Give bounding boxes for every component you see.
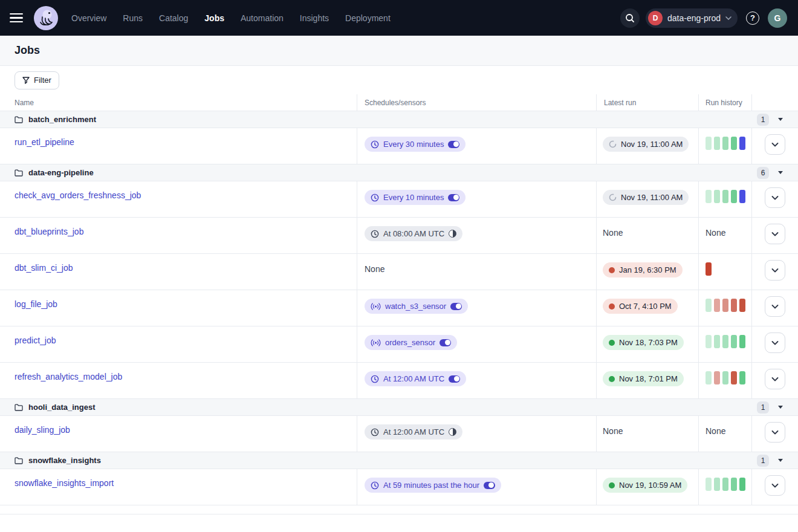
run-history-bar[interactable] xyxy=(706,137,712,150)
toggle-on-icon[interactable] xyxy=(449,375,460,383)
nav-item-runs[interactable]: Runs xyxy=(123,13,143,23)
run-history-bar[interactable] xyxy=(706,262,712,276)
group-collapse-caret-icon[interactable] xyxy=(778,118,783,121)
toggle-on-icon[interactable] xyxy=(448,194,459,201)
job-link-dbt_blueprints_job[interactable]: dbt_blueprints_job xyxy=(15,227,83,236)
run-history-bar[interactable] xyxy=(739,478,745,491)
toggle-on-icon[interactable] xyxy=(440,339,451,346)
job-link-check_avg_orders_freshness_job[interactable]: check_avg_orders_freshness_job xyxy=(15,190,141,200)
expand-row-button[interactable] xyxy=(765,260,785,281)
run-history-bar[interactable] xyxy=(722,371,728,384)
schedule-chip-snowflake_insights_import[interactable]: At 59 minutes past the hour xyxy=(365,478,501,493)
group-collapse-caret-icon[interactable] xyxy=(778,406,783,409)
group-row-data-eng-pipeline[interactable]: data-eng-pipeline6 xyxy=(0,164,798,181)
run-history-bars[interactable] xyxy=(706,299,751,312)
schedule-chip-check_avg_orders_freshness_job[interactable]: Every 10 minutes xyxy=(365,190,465,205)
job-link-dbt_slim_ci_job[interactable]: dbt_slim_ci_job xyxy=(15,263,73,273)
toggle-on-icon[interactable] xyxy=(484,482,495,489)
run-history-bars[interactable] xyxy=(706,371,751,384)
expand-row-button[interactable] xyxy=(765,422,785,443)
filter-button[interactable]: Filter xyxy=(15,71,59,89)
job-link-run_etl_pipeline[interactable]: run_etl_pipeline xyxy=(15,137,74,147)
nav-item-automation[interactable]: Automation xyxy=(241,13,284,23)
job-link-refresh_analytics_model_job[interactable]: refresh_analytics_model_job xyxy=(15,372,122,381)
run-history-bar[interactable] xyxy=(731,137,737,150)
schedule-chip-daily_sling_job[interactable]: At 12:00 AM UTC xyxy=(365,424,462,440)
toggle-off-icon[interactable] xyxy=(449,428,456,436)
run-history-bar[interactable] xyxy=(739,335,745,348)
run-history-bar[interactable] xyxy=(731,371,737,384)
run-history-bar[interactable] xyxy=(714,190,720,203)
run-history-bar[interactable] xyxy=(722,299,728,312)
latest-run-chip-success[interactable]: Nov 19, 10:59 AM xyxy=(603,478,687,493)
job-link-snowflake_insights_import[interactable]: snowflake_insights_import xyxy=(15,478,114,488)
group-collapse-caret-icon[interactable] xyxy=(778,171,783,174)
run-history-bars[interactable] xyxy=(706,190,751,203)
nav-item-deployment[interactable]: Deployment xyxy=(345,13,391,23)
expand-row-button[interactable] xyxy=(765,224,785,244)
latest-run-chip-success[interactable]: Nov 18, 7:01 PM xyxy=(603,371,684,386)
run-history-bar[interactable] xyxy=(714,299,720,312)
run-history-bar[interactable] xyxy=(706,299,712,312)
dagster-logo-icon[interactable] xyxy=(34,6,58,30)
run-history-bar[interactable] xyxy=(731,190,737,203)
run-history-bar[interactable] xyxy=(706,190,712,203)
nav-item-catalog[interactable]: Catalog xyxy=(159,13,188,23)
run-history-bar[interactable] xyxy=(739,190,745,203)
latest-run-chip-failure[interactable]: Jan 19, 6:30 PM xyxy=(603,262,683,277)
deployment-switcher[interactable]: D data-eng-prod xyxy=(646,8,738,28)
user-avatar[interactable]: G xyxy=(768,8,787,28)
help-button[interactable]: ? xyxy=(746,11,759,25)
run-history-bar[interactable] xyxy=(714,335,720,348)
group-row-hooli_data_ingest[interactable]: hooli_data_ingest1 xyxy=(0,399,798,416)
latest-run-chip-success[interactable]: Nov 18, 7:03 PM xyxy=(603,335,684,350)
latest-run-chip-in_progress[interactable]: Nov 19, 11:00 AM xyxy=(603,137,689,152)
run-history-bar[interactable] xyxy=(722,190,728,203)
expand-row-button[interactable] xyxy=(765,332,785,353)
toggle-on-icon[interactable] xyxy=(448,141,459,148)
nav-item-jobs[interactable]: Jobs xyxy=(204,13,224,23)
job-link-predict_job[interactable]: predict_job xyxy=(15,336,56,345)
run-history-bar[interactable] xyxy=(706,478,712,491)
hamburger-menu-icon[interactable] xyxy=(10,10,27,27)
run-history-bar[interactable] xyxy=(731,299,737,312)
run-history-bar[interactable] xyxy=(739,299,745,312)
schedule-chip-run_etl_pipeline[interactable]: Every 30 minutes xyxy=(365,137,465,152)
run-history-bar[interactable] xyxy=(706,335,712,348)
latest-run-chip-in_progress[interactable]: Nov 19, 11:00 AM xyxy=(603,190,689,205)
run-history-bars[interactable] xyxy=(706,335,751,348)
nav-item-insights[interactable]: Insights xyxy=(300,13,329,23)
latest-run-chip-failure[interactable]: Oct 7, 4:10 PM xyxy=(603,299,678,314)
nav-item-overview[interactable]: Overview xyxy=(71,13,106,23)
group-row-snowflake_insights[interactable]: snowflake_insights1 xyxy=(0,452,798,469)
expand-row-button[interactable] xyxy=(765,475,785,496)
search-button[interactable] xyxy=(620,8,640,28)
schedule-chip-dbt_blueprints_job[interactable]: At 08:00 AM UTC xyxy=(365,226,462,241)
run-history-bars[interactable] xyxy=(706,262,751,276)
run-history-bars[interactable] xyxy=(706,137,751,150)
toggle-on-icon[interactable] xyxy=(450,303,462,310)
schedule-chip-refresh_analytics_model_job[interactable]: At 12:00 AM UTC xyxy=(365,371,466,386)
job-link-daily_sling_job[interactable]: daily_sling_job xyxy=(15,425,70,435)
run-history-bar[interactable] xyxy=(722,478,728,491)
run-history-bar[interactable] xyxy=(714,371,720,384)
toggle-off-icon[interactable] xyxy=(449,230,456,238)
group-row-batch_enrichment[interactable]: batch_enrichment1 xyxy=(0,111,798,128)
run-history-bar[interactable] xyxy=(706,371,712,384)
run-history-bars[interactable] xyxy=(706,478,751,491)
group-collapse-caret-icon[interactable] xyxy=(778,459,783,462)
run-history-bar[interactable] xyxy=(714,137,720,150)
expand-row-button[interactable] xyxy=(765,296,785,317)
expand-row-button[interactable] xyxy=(765,187,785,208)
sensor-chip-log_file_job[interactable]: watch_s3_sensor xyxy=(365,299,468,314)
run-history-bar[interactable] xyxy=(731,335,737,348)
run-history-bar[interactable] xyxy=(739,371,745,384)
run-history-bar[interactable] xyxy=(714,478,720,491)
run-history-bar[interactable] xyxy=(722,335,728,348)
expand-row-button[interactable] xyxy=(765,134,785,155)
run-history-bar[interactable] xyxy=(739,137,745,150)
sensor-chip-predict_job[interactable]: orders_sensor xyxy=(365,335,457,350)
run-history-bar[interactable] xyxy=(722,137,728,150)
run-history-bar[interactable] xyxy=(731,478,737,491)
expand-row-button[interactable] xyxy=(765,369,785,389)
